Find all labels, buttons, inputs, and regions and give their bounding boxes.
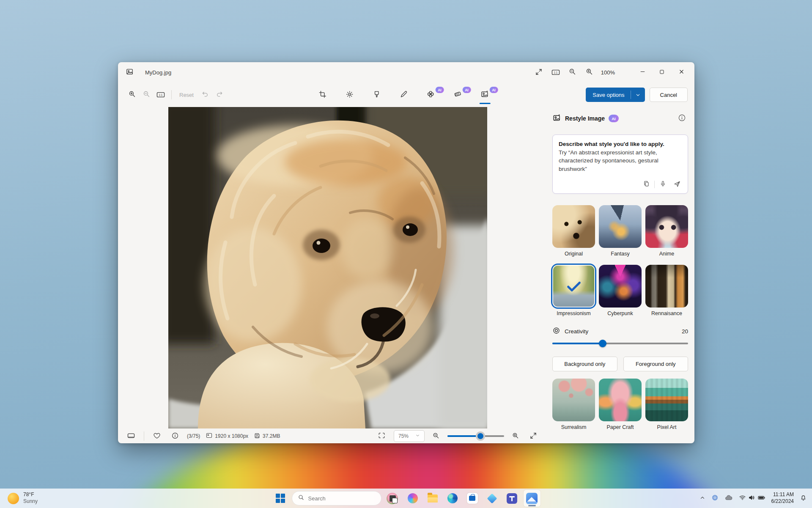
clock-button[interactable]: 11:11 AM 6/22/2024 <box>769 492 796 505</box>
foreground-only-button[interactable]: Foreground only <box>623 357 689 371</box>
edge-button[interactable] <box>444 490 461 507</box>
send-icon <box>673 180 681 189</box>
zoom-percent-dropdown[interactable]: 75% <box>394 430 425 442</box>
zoom-out-slider-button[interactable] <box>430 430 442 442</box>
onedrive-button[interactable] <box>722 491 735 506</box>
taskbar-search[interactable] <box>292 491 381 505</box>
zoom-out-button[interactable] <box>139 88 154 102</box>
file-explorer-button[interactable] <box>424 490 441 507</box>
microsoft-store-button[interactable] <box>464 490 481 507</box>
favorite-button[interactable] <box>151 430 163 442</box>
redo-icon <box>216 91 223 99</box>
redo-button[interactable] <box>212 88 227 102</box>
restyle-image-button[interactable]: AI <box>477 88 492 102</box>
window-content: (3/75) 1920 x 1080px 37.2MB <box>118 107 694 443</box>
weather-temp: 78°F <box>23 492 38 498</box>
volume-icon <box>748 494 755 503</box>
zoom-out-view-button[interactable] <box>565 65 580 80</box>
filmstrip-icon <box>127 431 135 441</box>
prompt-actions <box>640 178 683 190</box>
actual-pixels-button[interactable]: 1:1 <box>154 88 168 102</box>
style-surrealism[interactable]: Surrealism <box>552 379 595 430</box>
file-info-button[interactable] <box>169 430 181 442</box>
background-only-button[interactable]: Background only <box>552 357 617 371</box>
ai-enhance-button[interactable]: AI <box>423 88 438 102</box>
restyle-info-button[interactable] <box>675 112 688 125</box>
fullscreen-button[interactable] <box>527 430 540 442</box>
crop-icon <box>318 90 326 100</box>
paste-button[interactable] <box>640 178 653 190</box>
copy-icon <box>643 180 650 189</box>
fit-screen-button[interactable] <box>376 430 388 442</box>
gallery-button[interactable] <box>122 65 137 80</box>
style-paper-craft[interactable]: Paper Craft <box>599 379 642 430</box>
reset-button[interactable]: Reset <box>175 88 198 102</box>
notifications-button[interactable] <box>797 491 809 506</box>
zoom-out-icon <box>568 68 576 77</box>
style-pixel-art[interactable]: Pixel Art <box>645 379 688 430</box>
filmstrip-button[interactable] <box>125 430 137 442</box>
hidden-icons-button[interactable] <box>697 491 708 506</box>
blue-app-icon <box>711 494 719 503</box>
style-label: Fantasy <box>611 251 629 257</box>
teams-button[interactable] <box>504 490 521 507</box>
crop-button[interactable] <box>315 88 329 102</box>
slider-thumb[interactable] <box>599 340 606 347</box>
close-button[interactable] <box>672 65 691 80</box>
tray-blue-app-button[interactable] <box>709 491 721 506</box>
zoom-out-icon <box>143 90 151 99</box>
style-fantasy[interactable]: Fantasy <box>599 205 642 257</box>
ai-erase-button[interactable]: AI <box>450 88 465 102</box>
minimize-button[interactable] <box>633 65 652 80</box>
submit-prompt-button[interactable] <box>671 178 683 190</box>
photo-position: (3/75) <box>187 433 200 439</box>
cancel-button[interactable]: Cancel <box>650 88 688 102</box>
copilot-button[interactable] <box>404 490 421 507</box>
style-rennaisance[interactable]: Rennaisance <box>645 265 688 316</box>
start-button[interactable] <box>272 490 289 507</box>
zoom-in-icon <box>128 90 136 99</box>
toolbar-divider <box>171 90 172 99</box>
ai-erase-icon <box>453 90 462 100</box>
status-right: 75% <box>376 430 540 442</box>
undo-button[interactable] <box>198 88 212 102</box>
style-original[interactable]: Original <box>552 205 595 257</box>
bell-icon <box>800 494 807 503</box>
style-label: Original <box>565 251 583 257</box>
markup-button[interactable] <box>396 88 411 102</box>
dev-app-button[interactable] <box>484 490 501 507</box>
svg-text:1:1: 1:1 <box>159 93 163 96</box>
slider-thumb[interactable] <box>477 433 483 439</box>
zoom-in-slider-button[interactable] <box>510 430 521 442</box>
style-prompt-input[interactable]: Describe what style you'd like to apply.… <box>552 135 688 194</box>
style-cyberpunk[interactable]: Cyberpunk <box>599 265 642 316</box>
zoom-in-button[interactable] <box>125 88 139 102</box>
style-impressionism[interactable]: Impressionism <box>552 265 595 316</box>
expand-view-button[interactable] <box>532 65 546 80</box>
canvas-zoom-slider[interactable] <box>447 433 504 439</box>
dimensions-icon <box>206 432 213 440</box>
task-view-button[interactable] <box>384 490 401 507</box>
creativity-slider[interactable] <box>552 340 688 347</box>
filters-button[interactable] <box>369 88 384 102</box>
undo-icon <box>201 91 209 99</box>
task-view-icon <box>390 495 396 502</box>
style-rennaisance-thumbnail <box>645 265 688 308</box>
view-controls: 1:1 100% <box>532 65 615 80</box>
status-divider <box>144 431 144 441</box>
ai-badge: AI <box>609 115 619 122</box>
network-volume-battery-button[interactable] <box>736 491 768 506</box>
system-tray: 11:11 AM 6/22/2024 <box>697 491 809 506</box>
zoom-in-icon <box>512 432 519 441</box>
save-file-icon <box>254 432 261 440</box>
style-anime[interactable]: Anime <box>645 205 688 257</box>
maximize-button[interactable] <box>652 65 672 80</box>
adjust-button[interactable] <box>342 88 357 102</box>
save-options-button[interactable]: Save options <box>586 88 645 102</box>
voice-input-button[interactable] <box>656 178 669 190</box>
search-input[interactable] <box>308 495 383 502</box>
zoom-in-view-button[interactable] <box>582 65 597 80</box>
weather-widget-button[interactable]: 78°F Sunny <box>4 490 41 507</box>
photos-app-button[interactable] <box>524 490 540 507</box>
actual-size-button[interactable]: 1:1 <box>549 65 563 80</box>
